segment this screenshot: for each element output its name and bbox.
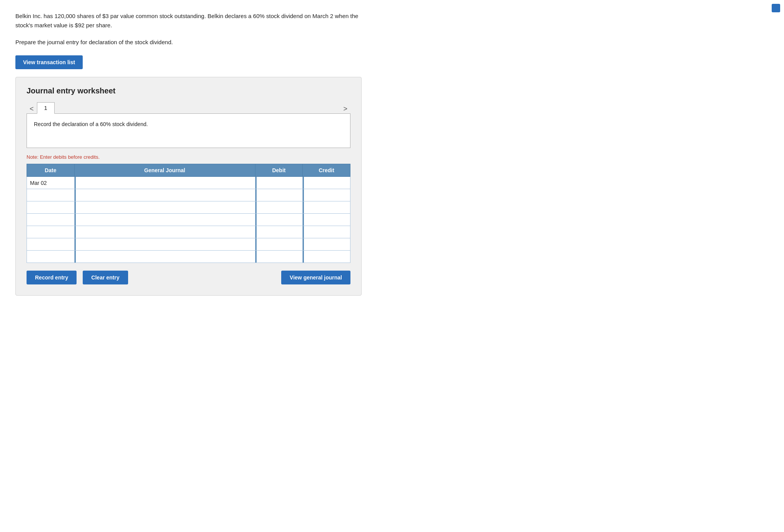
description-box: Record the declaration of a 60% stock di… [27, 113, 350, 148]
table-row [27, 214, 350, 226]
general-journal-cell[interactable] [74, 226, 255, 238]
table-row: Mar 02 [27, 177, 350, 189]
credit-cell[interactable] [303, 251, 350, 263]
date-cell [27, 251, 75, 263]
problem-line1: Belkin Inc. has 120,000 shares of $3 par… [15, 12, 439, 21]
debit-input[interactable] [255, 226, 303, 238]
debit-input[interactable] [255, 251, 303, 263]
date-cell [27, 189, 75, 201]
debit-cell[interactable] [255, 177, 303, 189]
general-journal-cell[interactable] [74, 238, 255, 251]
prepare-text: Prepare the journal entry for declaratio… [15, 38, 769, 47]
debit-cell[interactable] [255, 226, 303, 238]
date-cell [27, 238, 75, 251]
record-entry-button[interactable]: Record entry [27, 271, 77, 284]
credit-cell[interactable] [303, 214, 350, 226]
general-journal-input[interactable] [75, 238, 255, 250]
table-row [27, 251, 350, 263]
general-journal-cell[interactable] [74, 189, 255, 201]
debit-input[interactable] [255, 177, 303, 189]
general-journal-cell[interactable] [74, 251, 255, 263]
credit-cell[interactable] [303, 189, 350, 201]
credit-cell[interactable] [303, 201, 350, 214]
table-row [27, 201, 350, 214]
view-general-journal-button[interactable]: View general journal [281, 271, 350, 284]
view-transaction-button[interactable]: View transaction list [15, 55, 83, 69]
date-cell [27, 214, 75, 226]
next-tab-button[interactable]: > [340, 104, 350, 114]
credit-input[interactable] [303, 226, 350, 238]
tab-number[interactable]: 1 [37, 102, 55, 114]
prev-tab-button[interactable]: < [27, 104, 37, 114]
problem-text: Belkin Inc. has 120,000 shares of $3 par… [15, 12, 439, 30]
general-journal-cell[interactable] [74, 177, 255, 189]
credit-cell[interactable] [303, 238, 350, 251]
date-cell [27, 226, 75, 238]
tab-navigation: < 1 > [27, 102, 350, 114]
credit-input[interactable] [303, 177, 350, 189]
general-journal-cell[interactable] [74, 201, 255, 214]
col-debit: Debit [255, 164, 303, 177]
debit-cell[interactable] [255, 214, 303, 226]
general-journal-input[interactable] [75, 214, 255, 226]
general-journal-input[interactable] [75, 189, 255, 201]
table-row [27, 238, 350, 251]
button-row: Record entry Clear entry View general jo… [27, 271, 350, 284]
worksheet-container: Journal entry worksheet < 1 > Record the… [15, 77, 362, 296]
credit-input[interactable] [303, 214, 350, 226]
debit-input[interactable] [255, 189, 303, 201]
note-text: Note: Enter debits before credits. [27, 154, 350, 160]
general-journal-input[interactable] [75, 251, 255, 263]
col-credit: Credit [303, 164, 350, 177]
date-cell: Mar 02 [27, 177, 75, 189]
table-row [27, 189, 350, 201]
debit-cell[interactable] [255, 201, 303, 214]
credit-input[interactable] [303, 189, 350, 201]
problem-line2: stock's market value is $92 per share. [15, 21, 439, 30]
debit-cell[interactable] [255, 251, 303, 263]
date-cell [27, 201, 75, 214]
credit-cell[interactable] [303, 226, 350, 238]
credit-input[interactable] [303, 238, 350, 250]
credit-input[interactable] [303, 251, 350, 263]
top-right-indicator [772, 4, 780, 12]
debit-input[interactable] [255, 201, 303, 213]
table-row [27, 226, 350, 238]
col-date: Date [27, 164, 75, 177]
debit-cell[interactable] [255, 238, 303, 251]
journal-table: Date General Journal Debit Credit Mar 02 [27, 164, 350, 263]
general-journal-input[interactable] [75, 177, 255, 189]
general-journal-input[interactable] [75, 201, 255, 213]
general-journal-cell[interactable] [74, 214, 255, 226]
worksheet-title: Journal entry worksheet [27, 86, 350, 95]
credit-cell[interactable] [303, 177, 350, 189]
debit-cell[interactable] [255, 189, 303, 201]
clear-entry-button[interactable]: Clear entry [83, 271, 128, 284]
debit-input[interactable] [255, 214, 303, 226]
general-journal-input[interactable] [75, 226, 255, 238]
description-text: Record the declaration of a 60% stock di… [34, 121, 148, 127]
credit-input[interactable] [303, 201, 350, 213]
debit-input[interactable] [255, 238, 303, 250]
col-general-journal: General Journal [74, 164, 255, 177]
